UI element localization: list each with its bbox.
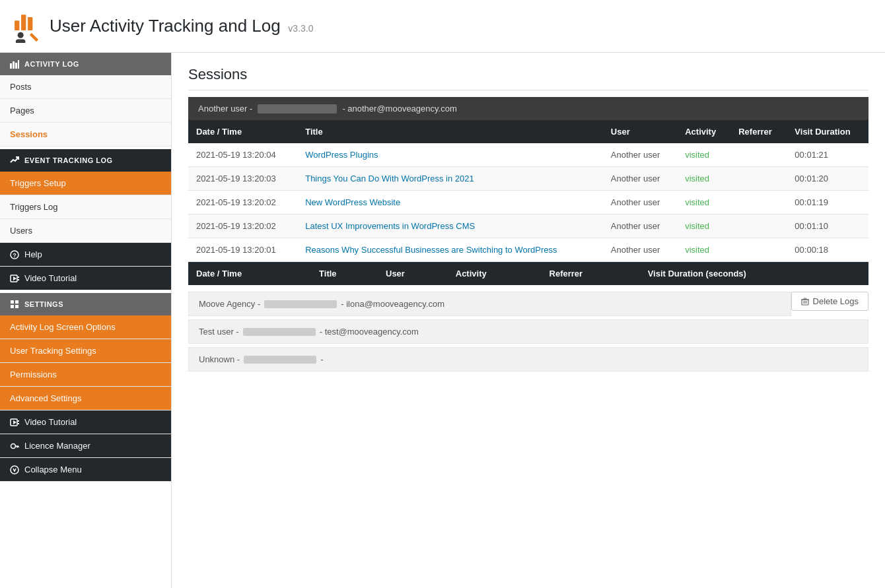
cell-datetime: 2021-05-19 13:20:02 — [188, 191, 297, 214]
svg-rect-20 — [15, 305, 18, 308]
user-header-bar: Another user - - another@mooveagency.com — [188, 97, 868, 120]
user-bar-name-1: Test user - — [199, 327, 239, 337]
trending-icon — [10, 156, 19, 165]
cell-referrer — [730, 167, 787, 191]
svg-marker-22 — [13, 420, 17, 424]
svg-rect-15 — [18, 277, 19, 278]
settings-section-label: SETTINGS — [24, 300, 63, 308]
sidebar-section-settings: SETTINGS — [0, 293, 171, 315]
col-title: Title — [297, 120, 603, 143]
sidebar-item-pages[interactable]: Pages — [0, 99, 171, 123]
sidebar-item-activity-log-screen-options[interactable]: Activity Log Screen Options — [0, 315, 171, 339]
svg-rect-2 — [28, 16, 32, 30]
sidebar-item-help[interactable]: ? Help — [0, 243, 171, 267]
help-icon: ? — [10, 250, 19, 259]
sidebar-item-posts[interactable]: Posts — [0, 75, 171, 99]
main-layout: ACTIVITY LOG Posts Pages Sessions EVENT … — [0, 53, 885, 588]
sidebar-item-triggers-setup[interactable]: Triggers Setup — [0, 172, 171, 195]
bottom-users-container: Moove Agency -- ilona@mooveagency.comTes… — [188, 292, 868, 372]
user-bar-email-0: - ilona@mooveagency.com — [341, 299, 444, 309]
delete-logs-button[interactable]: Delete Logs — [791, 292, 868, 311]
svg-point-29 — [11, 466, 18, 474]
svg-point-25 — [11, 443, 16, 448]
svg-rect-23 — [18, 420, 19, 422]
app-title-container: User Activity Tracking and Log v3.3.0 — [50, 16, 313, 36]
table-row: 2021-05-19 13:20:01 Reasons Why Successf… — [188, 238, 868, 262]
user-header-blurred — [258, 104, 337, 114]
cell-user: Another user — [603, 143, 677, 167]
cell-activity: visited — [677, 191, 730, 214]
user-bar-name-2: Unknown - — [199, 354, 240, 364]
app-logo — [13, 10, 50, 43]
table-footer-header-row: Date / Time Title User Activity Referrer… — [188, 262, 868, 285]
user-bar-blurred-2 — [244, 356, 316, 364]
cell-title[interactable]: Reasons Why Successful Businesses are Sw… — [297, 238, 603, 262]
svg-rect-5 — [30, 32, 38, 41]
video-tutorial-1-label: Video Tutorial — [24, 273, 77, 283]
chart-icon — [10, 59, 19, 69]
cell-activity: visited — [677, 167, 730, 191]
svg-rect-0 — [15, 20, 19, 30]
cell-duration: 00:01:21 — [787, 143, 868, 167]
help-label: Help — [24, 249, 42, 259]
svg-rect-35 — [804, 298, 806, 300]
col-f-referrer: Referrer — [542, 262, 640, 285]
app-version: v3.3.0 — [288, 23, 313, 34]
svg-point-3 — [18, 32, 24, 38]
grid-icon — [10, 300, 19, 309]
cell-title[interactable]: New WordPress Website — [297, 191, 603, 214]
cell-user: Another user — [603, 214, 677, 238]
svg-rect-9 — [15, 63, 17, 69]
sidebar-item-user-tracking-settings[interactable]: User Tracking Settings — [0, 339, 171, 363]
cell-activity: visited — [677, 214, 730, 238]
video-icon-2 — [10, 418, 19, 427]
sidebar-item-advanced-settings[interactable]: Advanced Settings — [0, 387, 171, 410]
sidebar-item-licence-manager[interactable]: Licence Manager — [0, 434, 171, 458]
table-row: 2021-05-19 13:20:03 Things You Can Do Wi… — [188, 167, 868, 191]
cell-title[interactable]: Latest UX Improvements in WordPress CMS — [297, 214, 603, 238]
sidebar-item-video-tutorial-2[interactable]: Video Tutorial — [0, 410, 171, 434]
cell-duration: 00:01:19 — [787, 191, 868, 214]
sidebar-section-event-tracking: EVENT TRACKING LOG — [0, 149, 171, 172]
svg-rect-19 — [11, 305, 14, 308]
table-header-row: Date / Time Title User Activity Referrer… — [188, 120, 868, 143]
user-bar-email-2: - — [320, 354, 323, 364]
sidebar-item-collapse-menu[interactable]: Collapse Menu — [0, 458, 171, 482]
page-title: Sessions — [188, 66, 868, 90]
sessions-table: Date / Time Title User Activity Referrer… — [188, 120, 868, 262]
col-user: User — [603, 120, 677, 143]
cell-activity: visited — [677, 238, 730, 262]
cell-activity: visited — [677, 143, 730, 167]
sidebar-item-users[interactable]: Users — [0, 219, 171, 243]
sidebar-item-sessions[interactable]: Sessions — [0, 123, 171, 147]
user-bar: Moove Agency -- ilona@mooveagency.com — [188, 292, 791, 316]
cell-datetime: 2021-05-19 13:20:01 — [188, 238, 297, 262]
svg-rect-24 — [18, 423, 19, 424]
cell-title[interactable]: WordPress Plugins — [297, 143, 603, 167]
col-datetime: Date / Time — [188, 120, 297, 143]
collapse-menu-label: Collapse Menu — [24, 465, 82, 474]
cell-referrer — [730, 191, 787, 214]
svg-rect-4 — [16, 39, 26, 42]
user-header-prefix: Another user - — [198, 104, 252, 114]
sidebar-item-video-tutorial-1[interactable]: Video Tutorial — [0, 267, 171, 290]
svg-marker-6 — [32, 41, 34, 43]
sidebar-item-permissions[interactable]: Permissions — [0, 363, 171, 387]
svg-rect-7 — [10, 63, 12, 69]
app-title: User Activity Tracking and Log — [50, 16, 281, 36]
col-f-datetime: Date / Time — [188, 262, 311, 285]
user-bar-blurred-1 — [243, 328, 316, 336]
user-bar-name-0: Moove Agency - — [199, 299, 260, 309]
user-bar: Unknown -- — [188, 347, 868, 372]
cell-title[interactable]: Things You Can Do With WordPress in 2021 — [297, 167, 603, 191]
svg-text:?: ? — [13, 252, 17, 259]
cell-user: Another user — [603, 238, 677, 262]
col-duration: Visit Duration — [787, 120, 868, 143]
user-header-email: - another@mooveagency.com — [342, 104, 456, 114]
svg-rect-17 — [11, 300, 14, 304]
col-f-title: Title — [311, 262, 378, 285]
col-referrer: Referrer — [730, 120, 787, 143]
sidebar-item-triggers-log[interactable]: Triggers Log — [0, 195, 171, 219]
svg-rect-1 — [21, 15, 26, 30]
col-activity: Activity — [677, 120, 730, 143]
